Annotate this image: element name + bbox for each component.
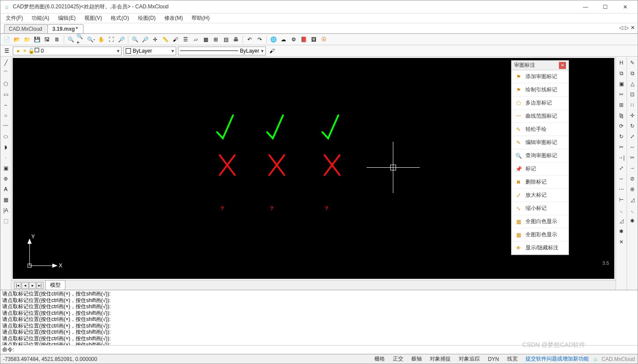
minimize-button[interactable]: — [576,1,595,13]
insert-icon[interactable]: ⊕ [1,174,10,183]
save-as-icon[interactable]: 🖫 [43,35,51,44]
status-dyn[interactable]: DYN [485,355,501,363]
paste-icon[interactable]: ▣ [617,79,626,88]
tab-last-icon[interactable]: ▸| [36,282,44,289]
review-item-12[interactable]: ▦全图彩色显示 [511,228,569,241]
status-ortho[interactable]: 正交 [390,354,406,364]
cloud-icon[interactable]: ☁ [279,35,288,44]
layers-icon[interactable]: ☰ [181,35,190,44]
tab-next-icon[interactable]: ▷ [625,25,629,31]
array-icon[interactable]: ⊞ [617,101,626,109]
stretch-icon[interactable]: ↔ [617,174,626,183]
mirror2-icon[interactable]: △ [628,79,637,88]
chamfer-icon[interactable]: ◿ [617,216,626,225]
extend-icon[interactable]: →| [617,153,626,162]
export-icon[interactable]: 🗎 [53,35,62,44]
review-item-5[interactable]: ✎编辑审图标记 [511,136,569,149]
command-input[interactable] [18,347,636,353]
measure-icon[interactable]: 📏 [161,35,170,44]
point-icon[interactable]: · [1,153,10,162]
mtext-icon[interactable]: |A [1,206,10,215]
hatch-icon[interactable]: ▦ [1,195,10,204]
panel-close-icon[interactable]: ✕ [559,62,566,69]
tab-prev-icon[interactable]: ◂ [22,282,29,289]
undo-icon[interactable]: ↶ [245,35,254,44]
erase2-icon[interactable]: ✎ [628,58,637,67]
copy2-icon[interactable]: ⧉ [628,69,637,78]
settings-icon[interactable]: ⚙ [289,35,298,44]
array2-icon[interactable]: ∷ [628,101,637,109]
trim-icon[interactable]: ✂ [617,143,626,151]
review-item-3[interactable]: 〰曲线范围标记 [511,110,569,123]
review-item-6[interactable]: 🔍查询审图标记 [511,149,569,162]
extend2-icon[interactable]: → [628,164,637,173]
move2-icon[interactable]: ✢ [628,111,637,120]
arc-icon[interactable]: ⌒ [1,69,10,78]
menu-func[interactable]: 功能(A) [29,14,52,23]
text-icon[interactable]: A [1,185,10,194]
cut-icon[interactable]: ✂ [617,90,626,99]
menu-file[interactable]: 文件(F) [3,14,25,23]
scale2-icon[interactable]: ⤢ [628,132,637,141]
status-polar[interactable]: 极轴 [409,354,424,364]
tab-close-icon[interactable]: ✕ [631,25,635,31]
save-icon[interactable]: 💾 [33,35,41,44]
review-item-4[interactable]: ✎轻松手绘 [511,123,569,136]
tab-next-icon[interactable]: ▸ [29,282,36,289]
review-item-9[interactable]: ⤢放大标记 [511,189,569,202]
review-item-11[interactable]: ▦全图白色显示 [511,215,569,228]
rectangle-icon[interactable]: ▭ [1,90,10,99]
zoom-prev-icon[interactable]: 🔍 [130,35,139,44]
menu-help[interactable]: 帮助(H) [189,14,212,23]
arc2-icon[interactable]: ⌢ [1,101,10,109]
fillet2-icon[interactable]: ◟ [628,206,637,215]
polygon-icon[interactable]: ⬠ [1,79,10,88]
block-icon[interactable]: ▣ [1,164,10,173]
ellipse-arc-icon[interactable]: ◗ [1,143,10,151]
copy-icon[interactable]: ⧉ [617,69,626,78]
menu-draw[interactable]: 绘图(D) [135,14,159,23]
fillet-icon[interactable]: ◟ [617,206,626,215]
ellipse-icon[interactable]: ⬭ [1,132,10,141]
web-icon[interactable]: 🌐 [269,35,278,44]
explode2-icon[interactable]: ✱ [628,216,637,225]
pdf-icon[interactable]: 📕 [299,35,308,44]
maximize-button[interactable]: ☐ [595,1,615,13]
status-otrack[interactable]: 对象追踪 [456,354,482,364]
erase-icon[interactable]: ✕ [617,238,626,246]
snap-icon[interactable]: ⊞ [211,35,220,44]
explode-icon[interactable]: ✱ [617,227,626,236]
line-icon[interactable]: ╱ [1,58,10,67]
offset-icon[interactable]: ⟳ [617,122,626,130]
move-icon[interactable]: ✢ [151,35,160,44]
highlight-icon[interactable]: ▱ [191,35,200,44]
zoom-realtime-icon[interactable]: 🔎 [117,35,126,44]
new-file-icon[interactable]: 📄 [2,35,11,44]
spline-icon[interactable]: 〰 [1,122,10,130]
trim2-icon[interactable]: ✂ [628,153,637,162]
zoom-window-icon[interactable]: 🔍 [66,35,75,44]
stretch2-icon[interactable]: ↔ [628,143,637,151]
pan-icon[interactable]: ✋ [97,35,105,44]
tab-prev-icon[interactable]: ◁ [619,25,623,31]
review-item-0[interactable]: ⚑添加审图标记 [511,70,569,83]
review-item-10[interactable]: ⤡缩小标记 [511,202,569,215]
doc-tab-1[interactable]: CAD.MxCloud [4,24,48,33]
open-folder-icon[interactable]: 📁 [22,35,31,44]
model-tab[interactable]: 模型 [45,280,65,290]
break-icon[interactable]: ⋯ [617,185,626,194]
layer-combo[interactable]: ● ☀ 🔓 0 ▾ [13,47,122,55]
mirror-icon[interactable]: ⧎ [617,111,626,120]
menu-format[interactable]: 格式(O) [108,14,131,23]
chamfer2-icon[interactable]: ◿ [628,195,637,204]
review-item-2[interactable]: ⬠多边形标记 [511,97,569,110]
help-icon[interactable]: ⦿ [319,35,328,44]
zoom-in-icon[interactable]: 🔍+ [76,35,85,44]
review-item-7[interactable]: 📌标记 [511,162,569,176]
status-feedback-link[interactable]: 提交软件问题或增加新功能 [523,354,591,364]
zoom-extents-icon[interactable]: ⛶ [107,35,116,44]
status-osnap[interactable]: 对象捕捉 [427,354,453,364]
menu-view[interactable]: 视图(V) [82,14,105,23]
review-item-1[interactable]: ⚑绘制引线标记 [511,83,569,97]
layer-manager-icon[interactable]: ☰ [2,47,11,55]
